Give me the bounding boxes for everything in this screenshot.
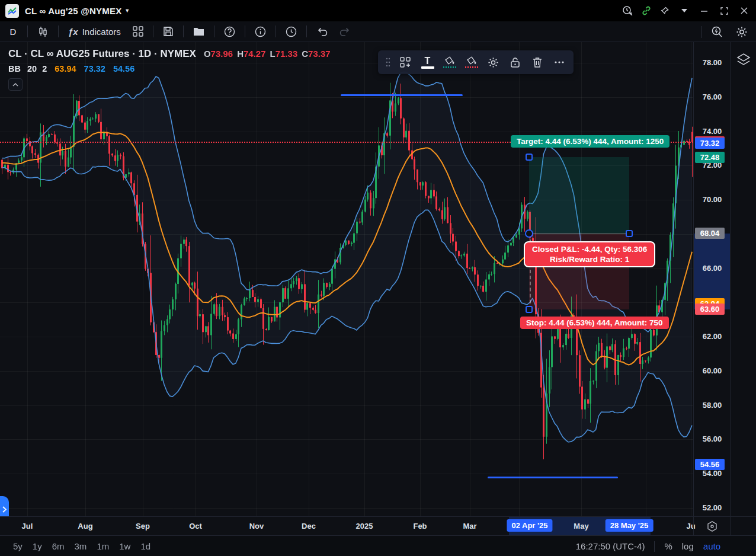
undo-icon[interactable] xyxy=(313,23,332,40)
percent-scale-button[interactable]: % xyxy=(664,541,672,551)
pnl-line2: Risk/Reward Ratio: 1 xyxy=(532,254,647,264)
right-panel-strip xyxy=(730,42,756,516)
price-tick: 70.00 xyxy=(694,195,731,204)
more-options-icon[interactable] xyxy=(548,52,570,72)
drag-handle-icon[interactable] xyxy=(382,52,395,72)
range-handle[interactable] xyxy=(626,230,633,237)
symbol-menu-caret-icon[interactable]: ▼ xyxy=(124,8,130,14)
price-badge: 54.56 xyxy=(695,459,725,470)
bb-mult: 2 xyxy=(42,64,47,74)
app-logo-icon xyxy=(5,4,19,18)
auto-scale-button[interactable]: auto xyxy=(703,541,720,551)
tool-settings-gear-icon[interactable] xyxy=(482,52,504,72)
target-handle[interactable] xyxy=(526,154,533,161)
price-tick: 74.00 xyxy=(694,127,731,136)
quick-search-icon[interactable] xyxy=(707,24,726,40)
range-button-1m[interactable]: 1m xyxy=(97,541,109,551)
redo-icon[interactable] xyxy=(335,23,354,40)
symbol-title[interactable]: CL · CL ∞ AUG25 Futures · 1D · NYMEX xyxy=(8,48,196,59)
save-icon[interactable] xyxy=(159,23,177,40)
position-profit-zone[interactable] xyxy=(529,157,629,233)
layout-grid-icon[interactable] xyxy=(129,23,147,40)
target-pill[interactable]: Target: 4.44 (6.53%) 444, Amount: 1250 xyxy=(511,135,669,148)
price-tick: 56.00 xyxy=(694,434,731,443)
time-label: 2025 xyxy=(356,522,373,531)
bb-legend[interactable]: BB 20 2 63.94 73.32 54.56 xyxy=(8,64,331,74)
loss-fill-color-icon[interactable] xyxy=(460,52,482,72)
axis-settings-corner xyxy=(693,517,730,536)
time-label: Mar xyxy=(463,522,476,531)
ohlc-values: O73.96H74.27L71.33C73.37 xyxy=(200,49,331,59)
bb-length: 20 xyxy=(27,64,37,74)
interval-button[interactable]: D xyxy=(5,23,21,40)
price-badge: 63.60 xyxy=(695,303,725,315)
chart-workspace: Target: 4.44 (6.53%) 444, Amount: 1250 C… xyxy=(0,42,756,516)
folder-icon[interactable] xyxy=(190,23,208,40)
range-button-1y[interactable]: 1y xyxy=(33,541,42,551)
time-axis[interactable]: JulAugSepOctNovDec2025FebMarMayJu 02 Apr… xyxy=(0,516,756,535)
profit-fill-color-icon[interactable] xyxy=(438,52,460,72)
price-tick: 54.00 xyxy=(694,469,731,478)
range-button-1w[interactable]: 1w xyxy=(119,541,130,551)
price-tick: 78.00 xyxy=(694,58,731,67)
object-tree-icon[interactable] xyxy=(736,53,751,67)
indicators-button[interactable]: ƒx Indicators xyxy=(65,23,124,40)
price-tick: 52.00 xyxy=(694,503,731,512)
info-icon[interactable] xyxy=(251,23,270,40)
log-scale-button[interactable]: log xyxy=(682,541,694,551)
delete-icon[interactable] xyxy=(526,52,548,72)
bb-basis-value: 63.94 xyxy=(55,64,76,74)
statusbar: 5y1y6m3m1m1w1d 16:27:50 (UTC-4) % log au… xyxy=(0,535,756,556)
maximize-button[interactable] xyxy=(716,2,732,19)
ohlc-value: 73.96 xyxy=(211,49,233,59)
minimize-button[interactable] xyxy=(696,2,712,19)
titlebar-caret-icon[interactable] xyxy=(677,3,692,18)
fx-icon: ƒx xyxy=(68,27,78,37)
time-label: Oct xyxy=(189,522,202,531)
range-button-3m[interactable]: 3m xyxy=(75,541,87,551)
trend-line-lower[interactable] xyxy=(488,477,618,478)
pnl-pill[interactable]: Closed P&L: -4.44, Qty: 56.306 Risk/Rewa… xyxy=(524,241,655,267)
time-label: Dec xyxy=(302,522,316,531)
price-axis[interactable]: 78.0076.0074.0072.0070.0068.0066.0064.00… xyxy=(693,42,730,516)
price-tick: 58.00 xyxy=(694,401,731,410)
range-button-1d[interactable]: 1d xyxy=(140,541,150,551)
chart-style-candles-icon[interactable] xyxy=(34,23,52,40)
stop-handle[interactable] xyxy=(526,306,533,313)
price-badge: 68.04 xyxy=(695,228,725,239)
ohlc-label: L xyxy=(270,49,276,59)
bb-lower-value: 54.56 xyxy=(113,64,134,74)
bb-upper-value: 73.32 xyxy=(84,64,105,74)
time-label: Aug xyxy=(78,522,92,531)
symbol-legend[interactable]: CL · CL ∞ AUG25 Futures · 1D · NYMEXO73.… xyxy=(8,48,331,60)
chart-toolbar: D ƒx Indicators xyxy=(0,21,756,42)
clock-icon[interactable] xyxy=(282,23,300,40)
time-label: Feb xyxy=(413,522,427,531)
settings-gear-icon[interactable] xyxy=(732,24,751,40)
entry-handle[interactable] xyxy=(525,229,533,238)
price-badge: 72.48 xyxy=(695,152,725,163)
help-icon[interactable] xyxy=(220,23,239,40)
snapshot-icon[interactable] xyxy=(620,3,635,18)
pnl-line1: Closed P&L: -4.44, Qty: 56.306 xyxy=(532,244,647,254)
drawing-toolbar: T xyxy=(378,50,574,74)
stop-pill[interactable]: Stop: 4.44 (6.53%) 444, Amount: 750 xyxy=(520,317,669,329)
clock-label[interactable]: 16:27:50 (UTC-4) xyxy=(576,541,645,551)
text-color-icon[interactable]: T xyxy=(417,52,438,72)
date-range-buttons: 5y1y6m3m1m1w1d xyxy=(13,536,150,556)
range-button-6m[interactable]: 6m xyxy=(52,541,65,551)
close-button[interactable] xyxy=(736,2,752,19)
ohlc-label: H xyxy=(237,49,244,59)
price-tick: 76.00 xyxy=(694,92,731,101)
pin-icon[interactable] xyxy=(658,3,673,18)
template-icon[interactable] xyxy=(395,52,417,72)
axis-settings-icon[interactable] xyxy=(706,520,718,532)
range-button-5y[interactable]: 5y xyxy=(13,541,23,551)
time-label: May xyxy=(574,522,588,531)
legend-collapse-button[interactable] xyxy=(8,78,23,91)
ohlc-value: 71.33 xyxy=(276,49,298,59)
lock-icon[interactable] xyxy=(504,52,526,72)
link-icon[interactable] xyxy=(639,3,654,18)
date-badge: 28 May '25 xyxy=(606,519,654,532)
trend-line-upper[interactable] xyxy=(341,94,463,96)
